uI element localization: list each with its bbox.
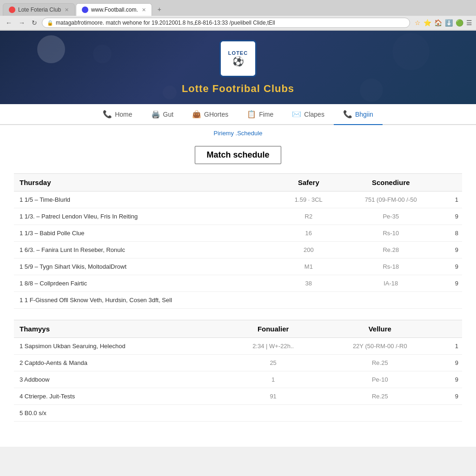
cell-num: 9: [439, 371, 462, 388]
cell-event: 5 B0.0 s/x: [14, 405, 225, 422]
cell-score: Pe-35: [340, 208, 442, 225]
cell-safery: M1: [277, 258, 340, 275]
cell-safery: R2: [277, 208, 340, 225]
nav-gut[interactable]: 🖨️ Gut: [142, 104, 183, 125]
toolbar-icons: ⭐ 🏠 ⬇️ 🟢 ☰: [423, 19, 472, 26]
nav-fime[interactable]: 📋 Fime: [238, 104, 283, 125]
table-row: 1 5/9 – Tygn Sihart Vikis, MoltodalDrowt…: [14, 258, 462, 275]
address-bar[interactable]: 🔒 matagabfrotimoore. match wehone for 19…: [42, 18, 410, 28]
home-nav-icon: 📞: [103, 110, 112, 119]
cell-event: 1 8/8 – Collprdeen Fairtic: [14, 275, 277, 292]
cell-event: 2 Captdo-Aents & Manda: [14, 355, 225, 371]
table-row: 1 6/3. – Fanira Lunt In Reseber, Ronulc …: [14, 242, 462, 258]
thamyys-table: Thamyys Fonualier Vellure 1 Sapsimon Ukb…: [14, 320, 462, 422]
table-row: 2 Captdo-Aents & Manda 25 Re.25 9: [14, 355, 462, 371]
forward-button[interactable]: →: [17, 18, 27, 27]
new-tab-button[interactable]: +: [153, 3, 166, 16]
nav-fime-label: Fime: [259, 111, 273, 118]
col-sconediure: Sconediure: [340, 174, 442, 192]
cell-event: 4 Ctrierpe. Juit-Tests: [14, 388, 225, 405]
tab-label-2: www.Football.com.: [91, 7, 138, 13]
tab-1[interactable]: Lote Foteria Club ✕: [3, 3, 75, 16]
cell-num: 9: [439, 355, 462, 371]
tab-close-2[interactable]: ✕: [142, 7, 146, 13]
nav-gut-label: Gut: [163, 111, 174, 118]
cell-event: 1 1 F-Gissned Ofll Sknow Veth, Hurdsin, …: [14, 292, 277, 309]
home-toolbar-icon[interactable]: 🏠: [434, 19, 442, 26]
cell-num: [442, 292, 462, 309]
col-thamyys: Thamyys: [14, 320, 225, 338]
cell-event: 1 5/9 – Tygn Sihart Vikis, MoltodalDrowt: [14, 258, 277, 275]
breadcrumb: Piriemy .Schedule: [0, 125, 476, 141]
col-safery: Safery: [277, 174, 340, 192]
match-schedule-button[interactable]: Match schedule: [195, 146, 281, 164]
cell-safery: 38: [277, 275, 340, 292]
table-row: 5 B0.0 s/x: [14, 405, 462, 422]
site-header: LOTEC ⚽ Lotte Footribal Clubs: [0, 31, 476, 104]
breadcrumb-text: Piriemy .Schedule: [214, 130, 263, 137]
nav-home[interactable]: 📞 Home: [93, 104, 141, 125]
tab-bar: Lote Foteria Club ✕ www.Football.com. ✕ …: [0, 0, 476, 16]
main-content: Thursday Safery Sconediure 1 1/5 – Time-…: [0, 173, 476, 447]
cell-event: 1 1/3 – Babid Polle Clue: [14, 225, 277, 242]
nav-chortes[interactable]: 👜 GHortes: [183, 104, 238, 125]
cell-fonualier: 2:34 | W+-22h..: [225, 338, 321, 355]
cell-event: 1 1/5 – Time-Blurld: [14, 192, 277, 208]
site-title-end: Clubs: [260, 83, 294, 94]
cell-vellure: Re.25: [321, 388, 439, 405]
bookmark-star-icon[interactable]: ☆: [415, 19, 421, 26]
table-row: 1 1/5 – Time-Blurld 1.59 · 3CL 751 (09-F…: [14, 192, 462, 208]
cell-fonualier: 91: [225, 388, 321, 405]
cell-num: 9: [442, 275, 462, 292]
chortes-nav-icon: 👜: [192, 110, 201, 119]
cell-score: 751 (09-FM-00 /-50: [340, 192, 442, 208]
nav-clapes[interactable]: ✉️ Clapes: [283, 104, 334, 125]
cell-num: 9: [442, 258, 462, 275]
cell-vellure: Pe-10: [321, 371, 439, 388]
nav-chortes-label: GHortes: [204, 111, 228, 118]
cell-vellure: 22Y (50-RM-00 /-R0: [321, 338, 439, 355]
tab-favicon-1: [9, 7, 15, 13]
cell-event: 3 Addboow: [14, 371, 225, 388]
tab-close-1[interactable]: ✕: [65, 7, 69, 13]
nav-bar: 📞 Home 🖨️ Gut 👜 GHortes 📋 Fime ✉️ Clapes…: [0, 104, 476, 125]
browser-chrome: Lote Foteria Club ✕ www.Football.com. ✕ …: [0, 0, 476, 31]
bhgiin-nav-icon: 📞: [343, 110, 352, 119]
table-row: 4 Ctrierpe. Juit-Tests 91 Re.25 9: [14, 388, 462, 405]
table-row: 1 1 F-Gissned Ofll Sknow Veth, Hurdsin, …: [14, 292, 462, 309]
cell-score: IA-18: [340, 275, 442, 292]
site-title-plain: Lotte Foo: [182, 83, 232, 94]
download-icon[interactable]: ⬇️: [445, 19, 453, 26]
cell-event: 1 Sapsimon Ukban Searuing, Helechod: [14, 338, 225, 355]
cell-num: 1: [439, 338, 462, 355]
logo-text: LOTEC: [228, 50, 248, 56]
cell-score: Rs-10: [340, 225, 442, 242]
menu-icon[interactable]: ☰: [466, 19, 472, 26]
clapes-nav-icon: ✉️: [292, 110, 301, 119]
cell-safery: 200: [277, 242, 340, 258]
cell-num: 9: [442, 208, 462, 225]
cell-num: 1: [442, 192, 462, 208]
tab-label-1: Lote Foteria Club: [18, 7, 61, 13]
gut-nav-icon: 🖨️: [151, 110, 160, 119]
address-bar-row: ← → ↻ 🔒 matagabfrotimoore. match wehone …: [0, 16, 476, 30]
tab-2[interactable]: www.Football.com. ✕: [76, 3, 152, 16]
site-title-accent: tribal: [232, 83, 260, 94]
refresh-button[interactable]: ↻: [30, 18, 39, 27]
tab-favicon-2: [82, 7, 88, 13]
match-schedule-title: Match schedule: [0, 146, 476, 164]
back-button[interactable]: ←: [4, 18, 14, 27]
nav-clapes-label: Clapes: [304, 111, 324, 118]
table-row: 1 1/3 – Babid Polle Clue 16 Rs-10 8: [14, 225, 462, 242]
lock-icon: 🔒: [47, 20, 53, 26]
nav-home-label: Home: [115, 111, 132, 118]
site-title: Lotte Footribal Clubs: [9, 83, 467, 95]
cell-score: Re.28: [340, 242, 442, 258]
cell-score: Rs-18: [340, 258, 442, 275]
nav-bhgiin[interactable]: 📞 Bhgiin: [334, 104, 383, 125]
site-logo: LOTEC ⚽: [219, 40, 257, 77]
profile-icon[interactable]: 🟢: [456, 19, 463, 26]
table-row: 1 8/8 – Collprdeen Fairtic 38 IA-18 9: [14, 275, 462, 292]
extensions-icon[interactable]: ⭐: [423, 19, 431, 26]
col-vellure: Vellure: [321, 320, 439, 338]
